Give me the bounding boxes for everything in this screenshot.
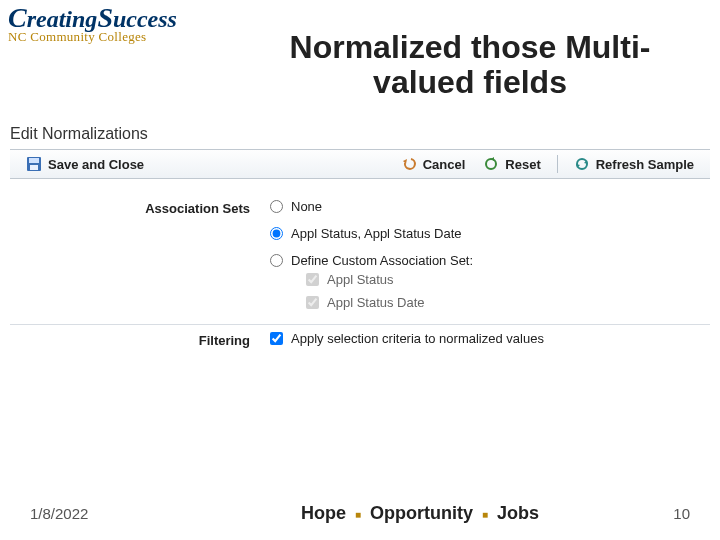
toolbar-separator	[557, 155, 558, 173]
refresh-label: Refresh Sample	[596, 157, 694, 172]
motto-dot-icon: ■	[351, 509, 365, 520]
brand-logo: CreatingSuccess NC Community Colleges	[8, 4, 177, 43]
brand-logo-main: CreatingSuccess	[8, 4, 177, 32]
radio-none[interactable]	[270, 200, 283, 213]
refresh-icon	[574, 156, 590, 172]
reset-label: Reset	[505, 157, 540, 172]
footer-date: 1/8/2022	[30, 505, 230, 522]
filtering-row: Filtering Apply selection criteria to no…	[10, 325, 710, 354]
custom-check-appl-status-date[interactable]: Appl Status Date	[306, 295, 710, 310]
slide-title: Normalized those Multi-valued fields	[250, 30, 690, 100]
toolbar: Save and Close Cancel Reset	[10, 149, 710, 179]
assoc-option-custom[interactable]: Define Custom Association Set:	[270, 253, 710, 268]
undo-arrow-icon	[401, 156, 417, 172]
reset-icon	[483, 156, 499, 172]
filtering-apply-option[interactable]: Apply selection criteria to normalized v…	[270, 331, 710, 346]
checkbox-apply-criteria-label: Apply selection criteria to normalized v…	[291, 331, 544, 346]
reset-button[interactable]: Reset	[477, 154, 546, 174]
assoc-option-preset[interactable]: Appl Status, Appl Status Date	[270, 226, 710, 241]
save-icon	[26, 156, 42, 172]
footer-motto: Hope ■ Opportunity ■ Jobs	[230, 503, 610, 524]
motto-opportunity: Opportunity	[370, 503, 473, 523]
radio-custom-label: Define Custom Association Set:	[291, 253, 473, 268]
radio-preset[interactable]	[270, 227, 283, 240]
refresh-sample-button[interactable]: Refresh Sample	[568, 154, 700, 174]
svg-point-3	[486, 159, 496, 169]
radio-preset-label: Appl Status, Appl Status Date	[291, 226, 462, 241]
association-sets-label: Association Sets	[10, 199, 270, 216]
svg-rect-2	[30, 165, 38, 170]
motto-jobs: Jobs	[497, 503, 539, 523]
panel-heading: Edit Normalizations	[10, 125, 710, 143]
slide-footer: 1/8/2022 Hope ■ Opportunity ■ Jobs 10	[0, 503, 720, 524]
cancel-label: Cancel	[423, 157, 466, 172]
radio-custom[interactable]	[270, 254, 283, 267]
checkbox-apply-criteria[interactable]	[270, 332, 283, 345]
radio-none-label: None	[291, 199, 322, 214]
save-and-close-button[interactable]: Save and Close	[20, 154, 150, 174]
motto-dot-icon: ■	[478, 509, 492, 520]
save-label: Save and Close	[48, 157, 144, 172]
checkbox-appl-status-date[interactable]	[306, 296, 319, 309]
footer-page-number: 10	[610, 505, 690, 522]
checkbox-appl-status[interactable]	[306, 273, 319, 286]
checkbox-appl-status-date-label: Appl Status Date	[327, 295, 425, 310]
svg-rect-1	[29, 158, 39, 163]
custom-check-appl-status[interactable]: Appl Status	[306, 272, 710, 287]
cancel-button[interactable]: Cancel	[395, 154, 472, 174]
form-area: Association Sets None Appl Status, Appl …	[10, 179, 710, 354]
filtering-label: Filtering	[10, 331, 270, 348]
assoc-option-none[interactable]: None	[270, 199, 710, 214]
association-sets-row: Association Sets None Appl Status, Appl …	[10, 193, 710, 325]
edit-normalizations-panel: Edit Normalizations Save and Close Cance…	[10, 125, 710, 354]
checkbox-appl-status-label: Appl Status	[327, 272, 394, 287]
motto-hope: Hope	[301, 503, 346, 523]
